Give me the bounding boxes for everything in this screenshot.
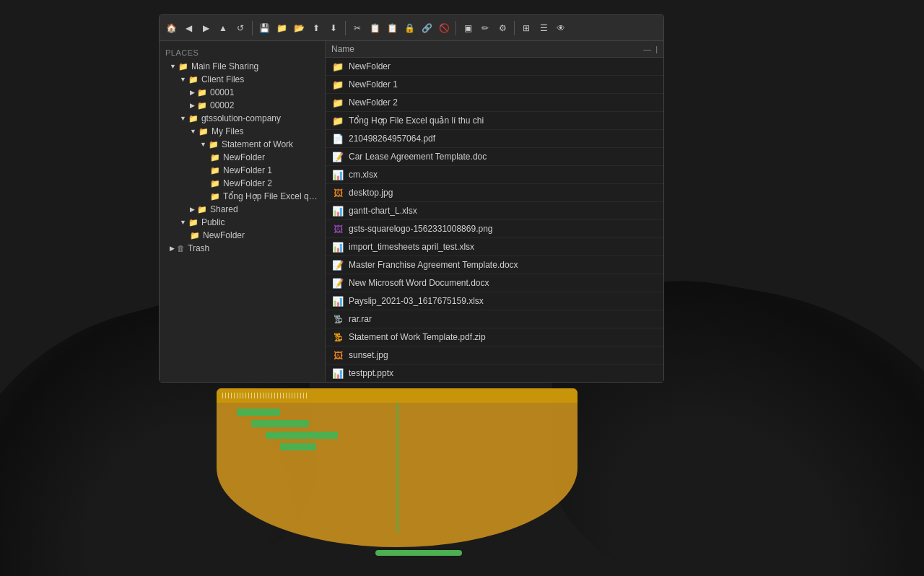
file-type-icon: 📝 (331, 258, 344, 271)
file-item[interactable]: 📁 NewFolder 1 (326, 76, 663, 94)
download-icon[interactable]: ⬇ (326, 21, 341, 35)
file-item[interactable]: 📊 import_timesheets april_test.xlsx (326, 238, 663, 256)
file-name: NewFolder (349, 61, 391, 71)
home-icon[interactable]: 🏠 (164, 21, 178, 35)
folder-icon: 📁 (210, 153, 220, 162)
sidebar-label: NewFolder (203, 230, 245, 240)
folder-icon: 📁 (197, 88, 207, 97)
sep2 (345, 21, 346, 35)
close-btn[interactable]: | (655, 45, 658, 53)
share-icon[interactable]: 🔗 (419, 21, 434, 35)
file-item[interactable]: 📝 New Microsoft Word Document.docx (326, 274, 663, 292)
file-item[interactable]: 🗜 rar.rar (326, 310, 663, 328)
upload-icon[interactable]: ⬆ (309, 21, 323, 35)
sidebar-item-statement-of-work[interactable]: ▼ 📁 Statement of Work (160, 138, 325, 151)
file-item[interactable]: 📁 Tổng Hợp File Excel quản lí thu chi (326, 112, 663, 130)
file-item[interactable]: 📝 Master Franchise Agreement Template.do… (326, 256, 663, 274)
folder-icon: 📁 (209, 140, 219, 149)
folder-icon: 📁 (190, 231, 200, 240)
drive-icon[interactable]: 💾 (257, 21, 271, 35)
sidebar-item-trash[interactable]: ▶ 🗑 Trash (160, 242, 325, 255)
minimize-btn[interactable]: — (643, 45, 651, 53)
sidebar-label: Main File Sharing (191, 61, 258, 71)
folder-icon[interactable]: 📁 (274, 21, 289, 35)
grid-view-icon[interactable]: ⊞ (519, 21, 533, 35)
trash-icon: 🗑 (177, 244, 185, 253)
sidebar-item-public-newfolder[interactable]: 📁 NewFolder (160, 229, 325, 242)
sidebar-item-my-files[interactable]: ▼ 📁 My Files (160, 125, 325, 138)
paste-icon[interactable]: 📋 (385, 21, 399, 35)
sidebar-item-00001[interactable]: ▶ 📁 00001 (160, 86, 325, 99)
file-list: Name — | 📁 NewFolder 📁 NewFolder 1 📁 New… (326, 41, 663, 382)
file-name: import_timesheets april_test.xlsx (349, 242, 474, 252)
sidebar-item-newfolder2[interactable]: 📁 NewFolder 2 (160, 177, 325, 190)
file-item[interactable]: 📊 gantt-chart_L.xlsx (326, 202, 663, 220)
sidebar-item-client-files[interactable]: ▼ 📁 Client Files (160, 73, 325, 86)
file-list-header: Name — | (326, 41, 663, 58)
back-icon[interactable]: ◀ (181, 21, 196, 35)
places-label: Places (160, 45, 325, 60)
sidebar-item-newfolder[interactable]: 📁 NewFolder (160, 151, 325, 164)
select-icon[interactable]: ▣ (461, 21, 475, 35)
sidebar-label: Public (201, 217, 225, 227)
file-item[interactable]: 🖼 desktop.jpg (326, 184, 663, 202)
file-type-icon: 📊 (331, 367, 344, 380)
file-type-icon: 📊 (331, 204, 344, 217)
up-icon[interactable]: ▲ (216, 21, 230, 35)
folder-icon: 📁 (210, 192, 220, 201)
delete-icon[interactable]: 🚫 (437, 21, 451, 35)
copy-icon[interactable]: 📋 (367, 21, 382, 35)
gantt-bar (237, 409, 280, 416)
file-item[interactable]: 📊 testppt.pptx (326, 365, 663, 382)
sidebar-item-gtssolution[interactable]: ▼ 📁 gtssolution-company (160, 112, 325, 125)
file-item[interactable]: 🗜 Statement of Work Template.pdf.zip (326, 328, 663, 346)
sidebar-item-00002[interactable]: ▶ 📁 00002 (160, 99, 325, 112)
preview-icon[interactable]: 👁 (554, 21, 568, 35)
file-item[interactable]: 📊 cm.xlsx (326, 166, 663, 184)
sep3 (456, 21, 456, 35)
properties-icon[interactable]: ⚙ (495, 21, 510, 35)
sidebar-item-tonghop[interactable]: 📁 Tổng Hợp File Excel quản (160, 190, 325, 203)
file-item[interactable]: 📁 NewFolder 2 (326, 94, 663, 112)
file-name: New Microsoft Word Document.docx (349, 278, 489, 288)
file-name: 210498264957064.pdf (349, 134, 435, 144)
forward-icon[interactable]: ▶ (199, 21, 213, 35)
timeline-line (397, 403, 398, 533)
header-actions: — | (643, 45, 658, 53)
rename-icon[interactable]: ✏ (478, 21, 492, 35)
expand-arrow: ▼ (170, 63, 176, 70)
file-type-icon: 📁 (331, 96, 344, 109)
app-window: 🏠 ◀ ▶ ▲ ↺ 💾 📁 📂 ⬆ ⬇ ✂ 📋 📋 🔒 🔗 🚫 ▣ ✏ ⚙ ⊞ … (159, 14, 664, 383)
file-item[interactable]: 📄 210498264957064.pdf (326, 130, 663, 148)
lock-icon[interactable]: 🔒 (402, 21, 417, 35)
file-name: Statement of Work Template.pdf.zip (349, 332, 486, 342)
folder-open-icon[interactable]: 📂 (292, 21, 306, 35)
sidebar-item-shared[interactable]: ▶ 📁 Shared (160, 203, 325, 216)
folder-icon: 📁 (188, 218, 199, 227)
folder-icon: 📁 (199, 127, 209, 136)
sidebar-item-newfolder1[interactable]: 📁 NewFolder 1 (160, 164, 325, 177)
file-type-icon: 📁 (331, 60, 344, 73)
file-item[interactable]: 📊 Payslip_2021-03_1617675159.xlsx (326, 292, 663, 310)
file-name: NewFolder 1 (349, 79, 398, 90)
file-item[interactable]: 🖼 gsts-squarelogo-1562331008869.png (326, 220, 663, 238)
folder-icon: 📁 (197, 205, 207, 214)
sidebar-item-public[interactable]: ▼ 📁 Public (160, 216, 325, 229)
file-item[interactable]: 📁 NewFolder (326, 58, 663, 76)
file-item[interactable]: 📝 Car Lease Agreement Template.doc (326, 148, 663, 166)
refresh-icon[interactable]: ↺ (233, 21, 248, 35)
sidebar-label: NewFolder 1 (223, 165, 272, 175)
list-view-icon[interactable]: ☰ (536, 21, 551, 35)
cut-icon[interactable]: ✂ (350, 21, 365, 35)
file-name: Master Franchise Agreement Template.docx (349, 260, 518, 270)
files-container: 📁 NewFolder 📁 NewFolder 1 📁 NewFolder 2 … (326, 58, 663, 382)
sidebar-label: Client Files (201, 74, 244, 84)
expand-arrow: ▼ (200, 141, 206, 148)
file-name: cm.xlsx (349, 170, 378, 180)
main-area: Places ▼ 📁 Main File Sharing ▼ 📁 Client … (160, 41, 663, 382)
sidebar-item-main-file-sharing[interactable]: ▼ 📁 Main File Sharing (160, 60, 325, 73)
sidebar-label: Trash (188, 243, 209, 253)
sep4 (514, 21, 515, 35)
file-type-icon: 📝 (331, 276, 344, 289)
file-item[interactable]: 🖼 sunset.jpg (326, 346, 663, 365)
